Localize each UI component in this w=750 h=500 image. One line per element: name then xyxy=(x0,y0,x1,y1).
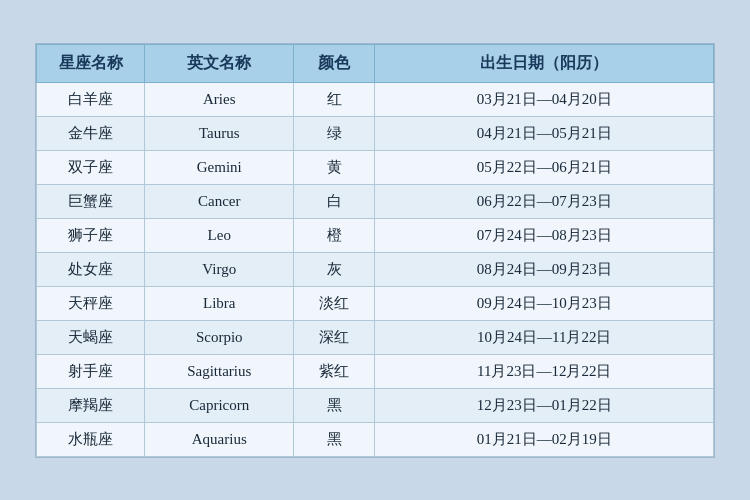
cell-color: 橙 xyxy=(294,218,375,252)
cell-english: Cancer xyxy=(145,184,294,218)
zodiac-table: 星座名称 英文名称 颜色 出生日期（阳历） 白羊座Aries红03月21日—04… xyxy=(36,44,714,457)
table-header-row: 星座名称 英文名称 颜色 出生日期（阳历） xyxy=(37,44,714,82)
cell-english: Virgo xyxy=(145,252,294,286)
table-row: 白羊座Aries红03月21日—04月20日 xyxy=(37,82,714,116)
cell-date: 10月24日—11月22日 xyxy=(375,320,714,354)
cell-color: 紫红 xyxy=(294,354,375,388)
cell-chinese: 射手座 xyxy=(37,354,145,388)
table-row: 天蝎座Scorpio深红10月24日—11月22日 xyxy=(37,320,714,354)
table-row: 处女座Virgo灰08月24日—09月23日 xyxy=(37,252,714,286)
table-row: 水瓶座Aquarius黑01月21日—02月19日 xyxy=(37,422,714,456)
cell-color: 黑 xyxy=(294,388,375,422)
cell-english: Gemini xyxy=(145,150,294,184)
cell-date: 01月21日—02月19日 xyxy=(375,422,714,456)
cell-date: 03月21日—04月20日 xyxy=(375,82,714,116)
cell-english: Capricorn xyxy=(145,388,294,422)
cell-color: 白 xyxy=(294,184,375,218)
cell-color: 灰 xyxy=(294,252,375,286)
cell-chinese: 天蝎座 xyxy=(37,320,145,354)
table-row: 天秤座Libra淡红09月24日—10月23日 xyxy=(37,286,714,320)
table-row: 摩羯座Capricorn黑12月23日—01月22日 xyxy=(37,388,714,422)
cell-chinese: 白羊座 xyxy=(37,82,145,116)
cell-chinese: 水瓶座 xyxy=(37,422,145,456)
cell-date: 08月24日—09月23日 xyxy=(375,252,714,286)
cell-english: Aries xyxy=(145,82,294,116)
cell-english: Sagittarius xyxy=(145,354,294,388)
cell-chinese: 摩羯座 xyxy=(37,388,145,422)
cell-date: 11月23日—12月22日 xyxy=(375,354,714,388)
cell-date: 07月24日—08月23日 xyxy=(375,218,714,252)
cell-date: 04月21日—05月21日 xyxy=(375,116,714,150)
table-row: 狮子座Leo橙07月24日—08月23日 xyxy=(37,218,714,252)
header-chinese: 星座名称 xyxy=(37,44,145,82)
table-body: 白羊座Aries红03月21日—04月20日金牛座Taurus绿04月21日—0… xyxy=(37,82,714,456)
cell-chinese: 狮子座 xyxy=(37,218,145,252)
cell-date: 09月24日—10月23日 xyxy=(375,286,714,320)
cell-date: 06月22日—07月23日 xyxy=(375,184,714,218)
header-date: 出生日期（阳历） xyxy=(375,44,714,82)
cell-color: 黑 xyxy=(294,422,375,456)
table-row: 双子座Gemini黄05月22日—06月21日 xyxy=(37,150,714,184)
cell-color: 红 xyxy=(294,82,375,116)
cell-chinese: 巨蟹座 xyxy=(37,184,145,218)
cell-chinese: 双子座 xyxy=(37,150,145,184)
zodiac-table-container: 星座名称 英文名称 颜色 出生日期（阳历） 白羊座Aries红03月21日—04… xyxy=(35,43,715,458)
cell-english: Taurus xyxy=(145,116,294,150)
header-color: 颜色 xyxy=(294,44,375,82)
table-row: 射手座Sagittarius紫红11月23日—12月22日 xyxy=(37,354,714,388)
cell-english: Leo xyxy=(145,218,294,252)
table-row: 巨蟹座Cancer白06月22日—07月23日 xyxy=(37,184,714,218)
cell-chinese: 处女座 xyxy=(37,252,145,286)
cell-date: 05月22日—06月21日 xyxy=(375,150,714,184)
cell-color: 淡红 xyxy=(294,286,375,320)
cell-english: Aquarius xyxy=(145,422,294,456)
cell-chinese: 金牛座 xyxy=(37,116,145,150)
cell-color: 绿 xyxy=(294,116,375,150)
cell-color: 黄 xyxy=(294,150,375,184)
cell-english: Scorpio xyxy=(145,320,294,354)
table-row: 金牛座Taurus绿04月21日—05月21日 xyxy=(37,116,714,150)
cell-chinese: 天秤座 xyxy=(37,286,145,320)
cell-english: Libra xyxy=(145,286,294,320)
cell-date: 12月23日—01月22日 xyxy=(375,388,714,422)
cell-color: 深红 xyxy=(294,320,375,354)
header-english: 英文名称 xyxy=(145,44,294,82)
